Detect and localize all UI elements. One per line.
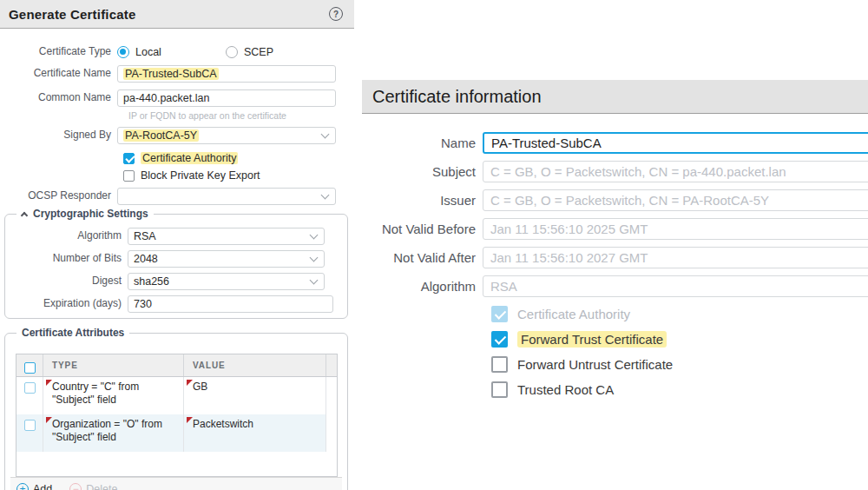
certificate-authority-checkbox-row[interactable]: Certificate Authority [123, 152, 354, 164]
certificate-attributes-section: Certificate Attributes TYPE VALUE [4, 333, 348, 490]
algorithm-row: Algorithm RSA [5, 228, 347, 245]
cryptographic-settings-section: Cryptographic Settings Algorithm RSA Num… [4, 214, 348, 319]
algorithm-row: Algorithm RSA [362, 275, 868, 297]
delete-button-label: Delete [86, 483, 117, 490]
certificate-name-row: Certificate Name PA-Trusted-SubCA [0, 65, 354, 83]
chevron-down-icon [321, 130, 330, 139]
radio-scep-label: SCEP [244, 46, 273, 58]
signed-by-value: PA-RootCA-5Y [123, 129, 199, 142]
not-valid-before-value: Jan 11 15:56:10 2025 GMT [490, 222, 648, 236]
not-valid-after-value: Jan 11 15:56:10 2027 GMT [490, 250, 648, 265]
radio-local[interactable]: Local [117, 46, 226, 58]
number-of-bits-label: Number of Bits [5, 253, 128, 264]
row-checkbox[interactable] [24, 382, 36, 394]
digest-dropdown[interactable]: sha256 [128, 273, 325, 290]
name-input[interactable]: PA-Trusted-SubCA [483, 132, 868, 154]
attribute-value-cell[interactable]: Packetswitch [183, 414, 326, 452]
dialog-body: Certificate Type Local SCEP Certificate … [0, 29, 354, 490]
expiration-days-row: Expiration (days) 730 [5, 295, 347, 313]
attributes-table: TYPE VALUE Country = "C" fro [16, 354, 338, 477]
dialog-header: Certificate information [362, 80, 868, 114]
checkbox-unchecked-icon [491, 381, 508, 398]
expiration-days-input[interactable]: 730 [128, 295, 333, 313]
common-name-input[interactable]: pa-440.packet.lan [117, 89, 336, 107]
select-all-checkbox[interactable] [24, 362, 36, 374]
certificate-name-label: Certificate Name [0, 68, 117, 79]
table-empty-area [16, 452, 337, 476]
certificate-authority-label: Certificate Authority [141, 152, 238, 164]
collapse-chevron-icon[interactable] [21, 211, 28, 218]
issuer-label: Issuer [362, 193, 483, 208]
value-column-label: VALUE [184, 361, 226, 370]
header-checkbox-cell [16, 354, 43, 376]
cryptographic-settings-legend: Cryptographic Settings [16, 208, 154, 220]
algorithm-label: Algorithm [5, 230, 128, 242]
subject-label: Subject [362, 164, 483, 179]
checkbox-unchecked-icon [123, 170, 135, 182]
subject-input: C = GB, O = Packetswitch, CN = pa-440.pa… [483, 161, 868, 182]
signed-by-dropdown[interactable]: PA-RootCA-5Y [117, 127, 336, 144]
issuer-input: C = GB, O = Packetswitch, CN = PA-RootCA… [483, 189, 868, 211]
scroll-gutter-cell [326, 414, 337, 452]
dialog-header: Generate Certificate ? [0, 0, 354, 29]
certificate-name-input[interactable]: PA-Trusted-SubCA [117, 65, 336, 83]
help-icon[interactable]: ? [329, 7, 343, 21]
modified-marker-icon [46, 380, 52, 386]
add-button[interactable]: + Add [16, 483, 52, 490]
chevron-down-icon [310, 254, 319, 262]
delete-button[interactable]: − Delete [69, 483, 117, 490]
not-valid-before-input: Jan 11 15:56:10 2025 GMT [483, 218, 868, 240]
forward-untrust-certificate-label: Forward Untrust Certificate [517, 357, 673, 372]
common-name-value: pa-440.packet.lan [123, 92, 209, 104]
expiration-days-label: Expiration (days) [5, 298, 128, 309]
screenshot-root: Generate Certificate ? Certificate Type … [0, 0, 868, 490]
issuer-row: Issuer C = GB, O = Packetswitch, CN = PA… [362, 189, 868, 211]
number-of-bits-row: Number of Bits 2048 [5, 250, 347, 268]
number-of-bits-dropdown[interactable]: 2048 [128, 250, 325, 268]
forward-trust-certificate-label: Forward Trust Certificate [517, 331, 667, 348]
radio-scep[interactable]: SCEP [226, 46, 334, 58]
attributes-table-header: TYPE VALUE [16, 354, 337, 377]
attribute-type-cell[interactable]: Organization = "O" from "Subject" field [43, 414, 183, 452]
radio-selected-icon [117, 46, 129, 58]
attribute-value-cell[interactable]: GB [183, 377, 326, 414]
table-row[interactable]: Organization = "O" from "Subject" field … [16, 414, 337, 452]
modified-marker-icon [187, 417, 193, 423]
trusted-root-ca-checkbox-row[interactable]: Trusted Root CA [491, 381, 868, 398]
not-valid-before-row: Not Valid Before Jan 11 15:56:10 2025 GM… [362, 218, 868, 240]
common-name-row: Common Name pa-440.packet.lan [0, 89, 354, 107]
digest-row: Digest sha256 [5, 273, 347, 290]
common-name-hint: IP or FQDN to appear on the certificate [128, 110, 354, 121]
ocsp-responder-row: OCSP Responder [0, 188, 354, 205]
type-column-header: TYPE [43, 354, 183, 376]
block-private-key-export-checkbox-row[interactable]: Block Private Key Export [123, 169, 354, 182]
forward-untrust-certificate-checkbox-row[interactable]: Forward Untrust Certificate [491, 356, 868, 373]
dialog-title: Certificate information [372, 87, 542, 107]
algorithm-dropdown[interactable]: RSA [128, 228, 325, 245]
subject-value: C = GB, O = Packetswitch, CN = pa-440.pa… [490, 164, 786, 179]
algorithm-input: RSA [483, 275, 868, 297]
not-valid-after-row: Not Valid After Jan 11 15:56:10 2027 GMT [362, 247, 868, 268]
table-row[interactable]: Country = "C" from "Subject" field GB [16, 377, 337, 414]
forward-trust-certificate-checkbox-row[interactable]: Forward Trust Certificate [491, 331, 868, 348]
ocsp-responder-dropdown[interactable] [117, 188, 336, 205]
checkbox-unchecked-icon [491, 356, 508, 373]
add-button-label: Add [33, 483, 52, 490]
generate-certificate-dialog: Generate Certificate ? Certificate Type … [0, 0, 354, 490]
name-label: Name [362, 136, 483, 150]
row-checkbox[interactable] [24, 420, 36, 431]
row-checkbox-cell [16, 377, 43, 414]
attribute-value-text: Packetswitch [193, 418, 253, 430]
number-of-bits-value: 2048 [134, 253, 158, 265]
cryptographic-settings-title: Cryptographic Settings [33, 208, 148, 220]
certificate-authority-label: Certificate Authority [517, 307, 630, 321]
checkbox-checked-disabled-icon [491, 306, 508, 322]
attribute-type-text: Country = "C" from "Subject" field [52, 381, 139, 406]
radio-local-label: Local [135, 46, 161, 58]
certificate-authority-checkbox-row: Certificate Authority [491, 306, 868, 322]
attribute-value-text: GB [193, 381, 207, 393]
attribute-type-cell[interactable]: Country = "C" from "Subject" field [43, 377, 183, 414]
algorithm-label: Algorithm [362, 279, 483, 294]
dialog-body: Name PA-Trusted-SubCA Subject C = GB, O … [362, 114, 868, 407]
subject-row: Subject C = GB, O = Packetswitch, CN = p… [362, 161, 868, 182]
